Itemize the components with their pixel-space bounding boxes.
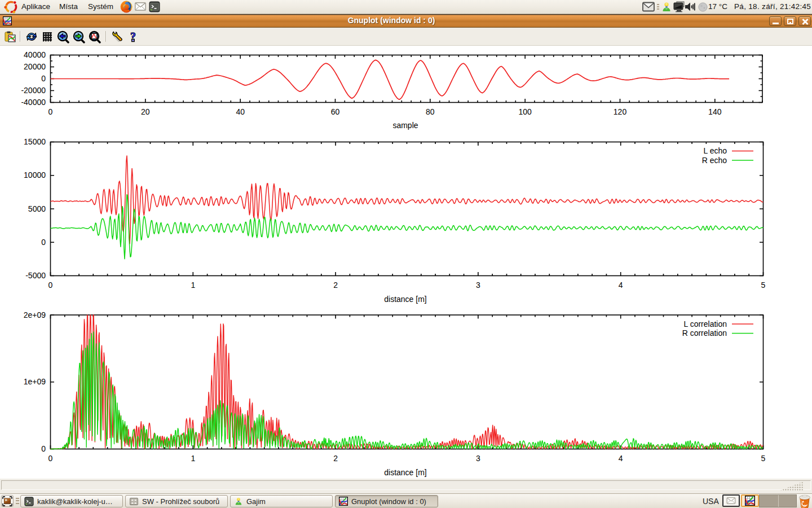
svg-text:1: 1 [191, 281, 195, 290]
svg-text:0: 0 [48, 107, 53, 116]
svg-text:120: 120 [614, 107, 627, 116]
svg-text:60: 60 [331, 107, 340, 116]
svg-text:L echo: L echo [703, 146, 727, 155]
svg-text:L correlation: L correlation [683, 319, 727, 329]
svg-text:-20000: -20000 [21, 86, 46, 95]
svg-text:0: 0 [48, 454, 53, 463]
svg-text:4: 4 [619, 281, 623, 290]
svg-text:5000: 5000 [28, 204, 46, 213]
svg-text:R correlation: R correlation [682, 329, 727, 338]
svg-text:40000: 40000 [24, 50, 46, 59]
svg-text:15000: 15000 [24, 137, 46, 146]
svg-text:80: 80 [426, 107, 435, 116]
svg-text:R echo: R echo [702, 156, 727, 165]
svg-text:20: 20 [141, 107, 150, 116]
svg-text:distance [m]: distance [m] [384, 295, 426, 304]
svg-text:1e+09: 1e+09 [24, 377, 46, 386]
svg-text:sample: sample [392, 121, 418, 130]
svg-text:4: 4 [619, 454, 623, 463]
svg-text:5: 5 [761, 454, 766, 463]
svg-text:100: 100 [519, 107, 532, 116]
svg-text:2: 2 [333, 454, 338, 463]
svg-text:-5000: -5000 [25, 271, 46, 280]
svg-text:0: 0 [41, 74, 46, 83]
svg-text:20000: 20000 [24, 62, 46, 71]
svg-text:140: 140 [708, 107, 722, 116]
svg-text:distance [m]: distance [m] [384, 468, 426, 477]
svg-text:0: 0 [48, 281, 53, 290]
svg-text:0: 0 [41, 444, 46, 453]
svg-text:1: 1 [191, 454, 195, 463]
svg-text:5: 5 [761, 281, 766, 290]
svg-text:40: 40 [236, 107, 245, 116]
svg-text:0: 0 [41, 238, 46, 247]
svg-text:10000: 10000 [24, 170, 46, 179]
svg-text:-40000: -40000 [21, 98, 46, 107]
svg-text:3: 3 [476, 454, 480, 463]
svg-text:3: 3 [476, 281, 480, 290]
svg-text:2e+09: 2e+09 [24, 310, 46, 319]
svg-text:2: 2 [333, 281, 338, 290]
